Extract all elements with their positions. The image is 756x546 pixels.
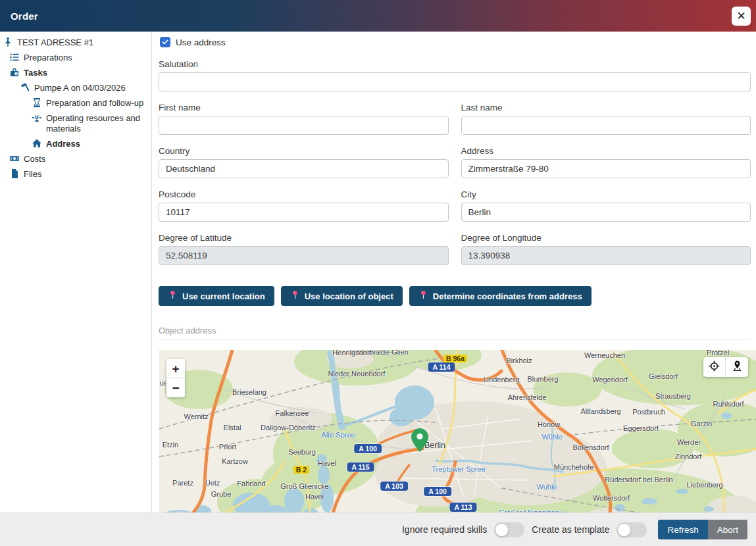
locate-button[interactable]	[703, 357, 726, 377]
postcode-group: Postcode	[159, 189, 449, 222]
address-input[interactable]	[461, 159, 751, 178]
latitude-group: Degree of Latitude	[159, 233, 449, 265]
money-icon	[9, 153, 20, 164]
locate-crosshair-icon	[708, 360, 720, 374]
last-name-label: Last name	[461, 103, 751, 112]
tools-icon	[32, 112, 42, 123]
button-label: Determine coordinates from address	[433, 291, 582, 301]
sidebar-item-label: Operating resources and materials	[46, 112, 149, 134]
sidebar-item-label: Preparations	[24, 52, 72, 63]
refresh-button[interactable]: Refresh	[658, 520, 707, 539]
postcode-label: Postcode	[159, 189, 449, 199]
ignore-required-skills-toggle[interactable]	[494, 522, 524, 537]
marker-on-map-icon	[731, 360, 743, 374]
address-label: Address	[461, 146, 751, 156]
object-address-section-label: Object address	[159, 326, 751, 339]
zoom-in-button[interactable]: +	[166, 359, 185, 378]
footer-actions: Refresh Abort	[658, 520, 747, 539]
close-button[interactable]: ✕	[732, 7, 751, 26]
zoom-in-icon: +	[172, 362, 179, 376]
sidebar-item-label: Tasks	[24, 67, 47, 78]
address-group: Address	[461, 146, 751, 178]
close-icon: ✕	[736, 9, 745, 23]
sidebar-item-label: Pumpe A on 04/03/2026	[34, 82, 126, 93]
button-label: Use location of object	[305, 291, 393, 301]
salutation-group: Salutation	[159, 59, 751, 91]
checkbox-checked-icon[interactable]	[160, 37, 170, 47]
sidebar-tree: TEST ADRESSE #1PreparationsTasksPumpe A …	[0, 32, 152, 512]
location-pin-icon	[290, 290, 300, 302]
map-tools-control	[703, 357, 748, 377]
zoom-out-icon: −	[172, 381, 179, 395]
dialog-title: Order	[11, 11, 38, 22]
last-name-group: Last name	[461, 103, 751, 135]
sidebar-item-costs[interactable]: Costs	[0, 151, 151, 166]
sidebar-item-label: Preparation and follow-up	[46, 97, 143, 109]
city-label: City	[461, 189, 751, 199]
country-group: Country	[159, 146, 449, 178]
country-input[interactable]	[159, 159, 449, 178]
sidebar-item-prep-followup[interactable]: Preparation and follow-up	[0, 95, 151, 111]
create-as-template-toggle[interactable]	[617, 522, 647, 537]
longitude-input	[461, 246, 751, 265]
sidebar-item-address[interactable]: Address	[0, 136, 151, 151]
location-pin-icon	[418, 290, 428, 302]
use-location-of-object-button[interactable]: Use location of object	[281, 286, 403, 306]
use-current-location-button[interactable]: Use current location	[159, 286, 274, 306]
hammer-icon	[20, 82, 30, 93]
ignore-required-skills-label: Ignore required skills	[402, 524, 487, 535]
city-group: City	[461, 189, 751, 222]
sidebar-item-preparations[interactable]: Preparations	[0, 50, 151, 65]
sidebar-item-label: Address	[46, 138, 80, 149]
sidebar-item-tasks[interactable]: Tasks	[0, 65, 151, 80]
home-icon	[32, 138, 42, 149]
sidebar-item-files[interactable]: Files	[0, 166, 151, 182]
pin-icon	[3, 37, 13, 47]
use-address-label: Use address	[176, 37, 226, 47]
salutation-input[interactable]	[159, 72, 751, 91]
address-form: Use address Salutation First name Last n…	[153, 32, 756, 512]
longitude-group: Degree of Longitude	[461, 233, 751, 265]
map-canvas[interactable]: Schönwalde-GlienHennigsdorfNieder Neuend…	[159, 350, 756, 531]
postcode-input[interactable]	[159, 203, 449, 222]
latitude-input	[159, 246, 449, 265]
salutation-label: Salutation	[159, 59, 751, 69]
sidebar-item-label: Files	[24, 168, 41, 180]
determine-coordinates-button[interactable]: Determine coordinates from address	[409, 286, 592, 306]
sidebar-item-label: Costs	[24, 153, 45, 164]
location-pin-icon	[168, 290, 178, 302]
order-dialog: Order ✕ TEST ADRESSE #1PreparationsTasks…	[0, 0, 756, 546]
hourglass-icon	[32, 97, 42, 108]
toggle-knob	[617, 523, 631, 537]
toolbag-icon	[9, 67, 20, 78]
last-name-input[interactable]	[461, 116, 751, 135]
dialog-header: Order ✕	[0, 0, 756, 32]
sidebar-item-label: TEST ADRESSE #1	[17, 37, 93, 48]
create-as-template-label: Create as template	[532, 524, 609, 535]
dialog-footer: Ignore required skills Create as templat…	[0, 512, 756, 546]
use-address-checkbox-row[interactable]: Use address	[160, 37, 751, 47]
latitude-label: Degree of Latitude	[159, 233, 449, 243]
file-icon	[9, 168, 20, 179]
longitude-label: Degree of Longitude	[461, 233, 751, 243]
first-name-label: First name	[159, 103, 449, 112]
button-label: Use current location	[182, 291, 265, 301]
zoom-out-button[interactable]: −	[166, 378, 185, 397]
list-icon	[9, 52, 20, 62]
show-marker-button[interactable]	[726, 357, 748, 377]
sidebar-item-task-pumpe-a[interactable]: Pumpe A on 04/03/2026	[0, 80, 151, 95]
toggle-knob	[495, 523, 509, 537]
abort-button[interactable]: Abort	[708, 520, 747, 539]
first-name-input[interactable]	[159, 116, 449, 135]
first-name-group: First name	[159, 103, 449, 135]
map-marker-icon	[411, 428, 428, 452]
country-label: Country	[159, 146, 449, 156]
sidebar-item-resources[interactable]: Operating resources and materials	[0, 111, 151, 136]
city-input[interactable]	[461, 203, 751, 222]
map-zoom-control: + −	[166, 359, 185, 397]
sidebar-item-root[interactable]: TEST ADRESSE #1	[0, 35, 151, 50]
map-tiles	[159, 350, 756, 531]
